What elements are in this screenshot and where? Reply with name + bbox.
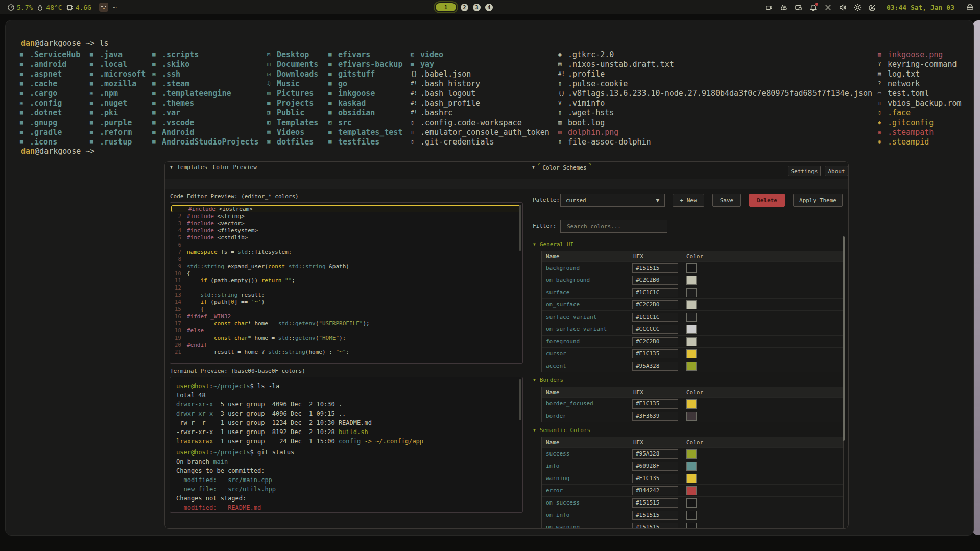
volume-icon[interactable]: [839, 4, 847, 11]
color-swatch[interactable]: [686, 462, 697, 471]
apply-theme-button[interactable]: Apply Theme: [793, 194, 843, 207]
sections-scrollbar[interactable]: [843, 236, 845, 441]
section-header[interactable]: ▼Borders: [533, 376, 846, 384]
brightness-icon[interactable]: [854, 4, 862, 11]
screen-lock-icon[interactable]: [795, 4, 802, 11]
about-button[interactable]: About: [825, 166, 848, 176]
bluetooth-off-icon[interactable]: [824, 4, 832, 11]
color-hex-input[interactable]: #C2C2B0: [632, 300, 678, 309]
color-swatch[interactable]: [686, 325, 697, 334]
color-swatch[interactable]: [686, 498, 697, 508]
section-header[interactable]: ▼General UI: [533, 241, 846, 248]
line-number: 5: [170, 234, 181, 241]
tab-templates[interactable]: Templates: [176, 164, 208, 171]
file-item: ◫Documents: [267, 59, 318, 69]
color-swatch[interactable]: [686, 313, 697, 322]
night-light-icon[interactable]: [869, 4, 876, 11]
terminal-preview-scrollbar[interactable]: [519, 379, 521, 420]
workspace-3[interactable]: 3: [473, 4, 481, 11]
workspace-2[interactable]: 2: [461, 4, 468, 11]
color-hex-input[interactable]: #151515: [632, 263, 678, 273]
file-name: .gnupg: [30, 118, 57, 127]
editor-scrollbar[interactable]: [519, 205, 521, 251]
color-hex-input[interactable]: #1C1C1C: [632, 313, 678, 322]
color-swatch[interactable]: [686, 263, 697, 273]
terminal-token: $ ls -la: [250, 382, 280, 390]
color-swatch[interactable]: [686, 349, 697, 358]
color-hex-input[interactable]: #3F3639: [632, 412, 678, 421]
terminal-token: new file: src/utils.hpp: [176, 486, 276, 493]
tab-color-preview[interactable]: Color Preview: [212, 164, 258, 171]
screencast-icon[interactable]: [765, 4, 773, 11]
color-hex-input[interactable]: #CCCCCC: [632, 325, 678, 334]
editor-line: 10{: [170, 270, 522, 277]
color-hex-input[interactable]: #151515: [632, 511, 678, 520]
color-hex-cell: #E1C135: [630, 348, 682, 360]
file-item: #!.bash_history: [411, 79, 549, 88]
header-hex-label: HEX: [630, 439, 643, 446]
color-swatch[interactable]: [686, 449, 697, 459]
color-swatch[interactable]: [686, 523, 697, 529]
color-hex-input[interactable]: #60928F: [632, 462, 678, 471]
color-swatch[interactable]: [686, 288, 697, 297]
file-name: .bash_history: [420, 79, 480, 88]
file-name: .mozilla: [100, 79, 136, 88]
section-header[interactable]: ▼Semantic Colors: [533, 426, 846, 434]
line-number: 21: [170, 349, 181, 355]
code-token: ::: [299, 263, 305, 270]
file-item: ▯vbios_backup.rom: [878, 98, 962, 108]
line-number: 9: [170, 263, 181, 270]
color-name: on_warning: [542, 521, 630, 528]
file-name: .aspnet: [30, 69, 62, 79]
palette-dropdown[interactable]: cursed ▼: [560, 194, 665, 207]
file-name: dolphin.png: [568, 128, 618, 137]
file-name: .bash_profile: [420, 99, 480, 108]
delete-palette-button[interactable]: Delete: [749, 194, 785, 207]
table-header-row: NameHEXColor: [542, 387, 843, 397]
color-swatch[interactable]: [686, 276, 697, 285]
workspace-1-active[interactable]: 1: [436, 3, 456, 11]
color-swatch[interactable]: [686, 399, 697, 409]
collapse-caret-icon[interactable]: ▼: [532, 165, 535, 170]
color-swatch[interactable]: [686, 511, 697, 520]
color-swatch[interactable]: [686, 362, 697, 371]
file-item: ■obsidian: [328, 108, 402, 117]
color-hex-input[interactable]: #151515: [632, 523, 678, 529]
notification-bell-icon[interactable]: [809, 4, 817, 11]
file-item: ▯.face: [878, 108, 962, 117]
settings-button[interactable]: Settings: [788, 166, 821, 176]
color-hex-input[interactable]: #E1C135: [632, 399, 678, 409]
shell-prompt: dan@darkgoose ~> ls: [21, 39, 109, 48]
color-hex-input[interactable]: #151515: [632, 498, 678, 508]
color-swatch-cell: [682, 286, 843, 298]
clock[interactable]: 03:44 Sat, Jan 03: [887, 4, 954, 11]
background-window-edge[interactable]: [973, 20, 980, 535]
color-swatch[interactable]: [686, 300, 697, 309]
vim-icon: V: [558, 100, 568, 106]
color-hex-input[interactable]: #C2C2B0: [632, 337, 678, 346]
color-swatch[interactable]: [686, 486, 697, 495]
color-hex-input[interactable]: #1C1C1C: [632, 288, 678, 297]
collapse-caret-icon[interactable]: ▼: [170, 165, 173, 170]
file-name: obsidian: [338, 108, 375, 117]
color-hex-input[interactable]: #E1C135: [632, 474, 678, 483]
color-hex-input[interactable]: #E1C135: [632, 349, 678, 358]
toolbox-icon[interactable]: [966, 3, 974, 11]
tab-color-schemes[interactable]: Color Schemes: [538, 163, 591, 173]
color-hex-input[interactable]: #95A328: [632, 449, 678, 459]
color-swatch[interactable]: [686, 337, 697, 346]
tab-strip: [165, 179, 848, 189]
goose-avatar[interactable]: [99, 3, 108, 12]
color-hex-input[interactable]: #95A328: [632, 362, 678, 371]
flame-overlay-icon[interactable]: [780, 4, 787, 11]
workspace-4[interactable]: 4: [485, 4, 493, 11]
color-hex-input[interactable]: #B44242: [632, 486, 678, 495]
color-swatch[interactable]: [686, 474, 697, 483]
color-swatch[interactable]: [686, 412, 697, 421]
file-item: ◲Downloads: [267, 69, 318, 79]
color-filter-input[interactable]: Search colors...: [560, 220, 667, 233]
new-palette-button[interactable]: + New: [673, 194, 704, 207]
color-hex-input[interactable]: #C2C2B0: [632, 276, 678, 285]
file-name: src: [338, 118, 352, 127]
save-palette-button[interactable]: Save: [712, 194, 741, 207]
